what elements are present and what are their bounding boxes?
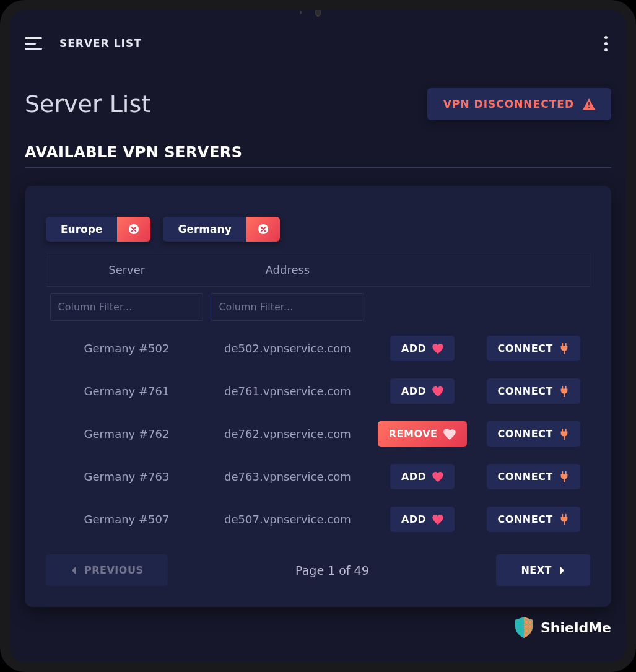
brand-row: ShieldMe <box>25 616 611 639</box>
previous-label: PREVIOUS <box>84 564 143 576</box>
table-row: Germany #761de761.vpnservice.comADDCONNE… <box>46 370 590 412</box>
server-address-cell: de507.vpnservice.com <box>207 498 368 541</box>
device-camera <box>300 9 337 16</box>
menu-icon[interactable] <box>25 37 42 50</box>
address-filter-input[interactable] <box>211 293 364 321</box>
plug-icon <box>559 386 569 397</box>
server-address-cell: de502.vpnservice.com <box>207 327 368 370</box>
plug-icon <box>559 429 569 440</box>
table-row: Germany #507de507.vpnservice.comADDCONNE… <box>46 498 590 541</box>
add-favorite-button[interactable]: ADD <box>390 336 455 361</box>
svg-rect-1 <box>588 107 590 108</box>
add-favorite-button[interactable]: ADD <box>390 464 455 489</box>
col-connect <box>477 253 590 287</box>
tablet-frame: SERVER LIST Server List VPN DISCONNECTED… <box>0 0 636 672</box>
brand-name: ShieldMe <box>541 620 611 635</box>
shield-icon <box>513 616 534 639</box>
page-title: Server List <box>25 90 150 118</box>
pagination: PREVIOUS Page 1 of 49 NEXT <box>46 554 590 586</box>
vpn-status-text: VPN DISCONNECTED <box>443 98 574 110</box>
svg-rect-0 <box>588 102 590 106</box>
server-table: Server Address Germany #502de502.vpnserv… <box>46 253 590 541</box>
connect-button[interactable]: CONNECT <box>487 336 580 361</box>
server-address-cell: de763.vpnservice.com <box>207 455 368 498</box>
vpn-status-badge[interactable]: VPN DISCONNECTED <box>427 88 611 120</box>
plug-icon <box>559 471 569 482</box>
connect-button[interactable]: CONNECT <box>487 464 580 489</box>
table-row: Germany #762de762.vpnservice.comREMOVECO… <box>46 412 590 455</box>
more-icon[interactable] <box>601 32 611 55</box>
server-filter-input[interactable] <box>50 293 204 321</box>
filter-chip-row: EuropeGermany <box>46 217 590 242</box>
previous-button[interactable]: PREVIOUS <box>46 554 168 586</box>
top-bar: SERVER LIST <box>25 28 611 58</box>
server-name-cell: Germany #762 <box>46 412 207 455</box>
close-icon[interactable] <box>246 217 280 242</box>
heart-icon <box>432 386 443 396</box>
server-panel: EuropeGermany Server Address Germany #50… <box>25 186 611 607</box>
topbar-title: SERVER LIST <box>59 37 142 50</box>
heart-icon <box>432 472 443 482</box>
connect-button[interactable]: CONNECT <box>487 421 580 447</box>
chevron-left-icon <box>71 566 78 575</box>
heart-icon <box>432 515 443 525</box>
connect-button[interactable]: CONNECT <box>487 507 580 532</box>
table-row: Germany #502de502.vpnservice.comADDCONNE… <box>46 327 590 370</box>
table-row: Germany #763de763.vpnservice.comADDCONNE… <box>46 455 590 498</box>
server-name-cell: Germany #507 <box>46 498 207 541</box>
close-icon[interactable] <box>117 217 150 242</box>
next-button[interactable]: NEXT <box>496 554 590 586</box>
filter-chip-label: Europe <box>46 217 117 242</box>
remove-favorite-button[interactable]: REMOVE <box>378 421 468 447</box>
header-row: Server List VPN DISCONNECTED <box>25 88 611 120</box>
plug-icon <box>559 514 569 525</box>
server-name-cell: Germany #763 <box>46 455 207 498</box>
heart-broken-icon <box>443 429 456 440</box>
add-favorite-button[interactable]: ADD <box>390 507 455 532</box>
connect-button[interactable]: CONNECT <box>487 378 580 404</box>
col-fav <box>368 253 476 287</box>
chevron-right-icon <box>558 566 565 575</box>
plug-icon <box>559 343 569 354</box>
server-address-cell: de762.vpnservice.com <box>207 412 368 455</box>
filter-chip: Europe <box>46 217 150 242</box>
server-name-cell: Germany #761 <box>46 370 207 412</box>
server-address-cell: de761.vpnservice.com <box>207 370 368 412</box>
server-name-cell: Germany #502 <box>46 327 207 370</box>
add-favorite-button[interactable]: ADD <box>390 378 455 404</box>
col-server: Server <box>46 253 207 287</box>
filter-chip-label: Germany <box>163 217 246 242</box>
filter-chip: Germany <box>163 217 279 242</box>
filter-row <box>46 287 590 328</box>
col-address: Address <box>207 253 368 287</box>
alert-icon <box>583 98 595 110</box>
page-indicator: Page 1 of 49 <box>295 564 369 577</box>
heart-icon <box>432 344 443 354</box>
next-label: NEXT <box>521 564 552 576</box>
section-title: AVAILABLE VPN SERVERS <box>25 144 611 168</box>
